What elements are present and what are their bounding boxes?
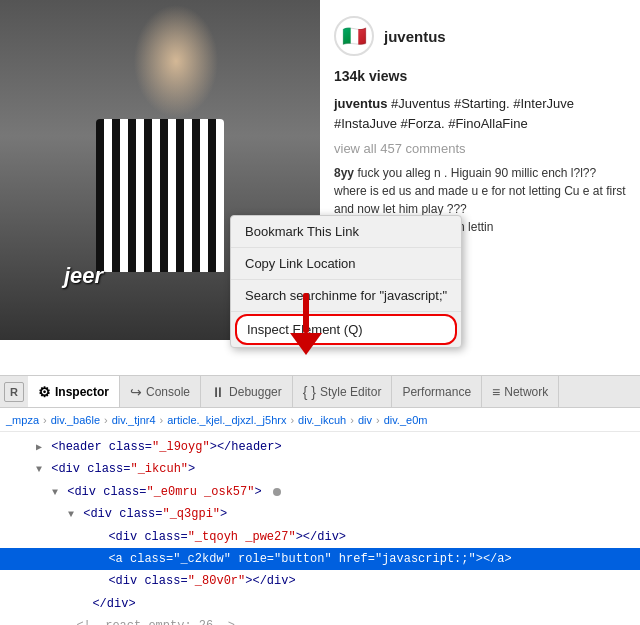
arrow-shaft [303, 293, 309, 333]
html-line-ikcuh: ▼ <div class="_ikcuh"> [0, 458, 640, 480]
inspect-element-item[interactable]: Inspect Element (Q) [235, 314, 457, 345]
arrow-head [290, 333, 322, 355]
breadcrumb-item-1[interactable]: div._ba6le [51, 414, 100, 426]
html-line-header: ▶ <header class="_l9oyg"></header> [0, 436, 640, 458]
breadcrumb-item-0[interactable]: _mpza [6, 414, 39, 426]
badge-dot [273, 488, 281, 496]
breadcrumb-item-2[interactable]: div._tjnr4 [112, 414, 156, 426]
instagram-section: jeer 🇮🇹 juventus 134k views juventus #Ju… [0, 0, 640, 340]
comment1-user[interactable]: 8yy [334, 166, 354, 180]
tab-inspector-label: Inspector [55, 385, 109, 399]
debugger-icon: ⏸ [211, 384, 225, 400]
tab-debugger-label: Debugger [229, 385, 282, 399]
tab-performance[interactable]: Performance [392, 376, 482, 407]
gear-icon: ⚙ [38, 384, 51, 400]
devtools-panel: R ⚙ Inspector ↪ Console ⏸ Debugger { } S… [0, 375, 640, 625]
tab-style-editor-label: Style Editor [320, 385, 381, 399]
tab-console[interactable]: ↪ Console [120, 376, 201, 407]
tab-performance-label: Performance [402, 385, 471, 399]
brand-logo: jeer [64, 263, 103, 289]
views-count: 134k views [334, 68, 626, 84]
html-line-react-empty: <!--react-empty: 26--> [0, 615, 640, 625]
jersey-stripes [96, 119, 224, 272]
console-icon: ↪ [130, 384, 142, 400]
html-line-close-div1: </div> [0, 593, 640, 615]
collapse-triangle-q3gpi[interactable]: ▼ [68, 509, 74, 520]
breadcrumb-item-6[interactable]: div._e0m [384, 414, 428, 426]
tab-inspector[interactable]: ⚙ Inspector [28, 376, 120, 407]
html-line-q3gpi: ▼ <div class="_q3gpi"> [0, 503, 640, 525]
html-line-tqoyh: <div class="_tqoyh _pwe27"></div> [0, 526, 640, 548]
html-panel[interactable]: ▶ <header class="_l9oyg"></header> ▼ <di… [0, 432, 640, 625]
copy-link-item[interactable]: Copy Link Location [231, 248, 461, 280]
red-arrow [290, 293, 322, 355]
search-item[interactable]: Search searchinme for "javascript;" [231, 280, 461, 312]
network-icon: ≡ [492, 384, 500, 400]
caption: juventus #Juventus #Starting. #InterJuve… [334, 94, 626, 133]
tab-network[interactable]: ≡ Network [482, 376, 559, 407]
comment1: 8yy fuck you alleg n . Higuain 90 millic… [334, 164, 626, 218]
tab-network-label: Network [504, 385, 548, 399]
breadcrumb-item-3[interactable]: article._kjel._djxzl._j5hrx [167, 414, 286, 426]
caption-username[interactable]: juventus [334, 96, 387, 111]
view-comments[interactable]: view all 457 comments [334, 141, 626, 156]
devtools-r-icon: R [4, 382, 24, 402]
breadcrumb-item-5[interactable]: div [358, 414, 372, 426]
comment1-text: fuck you alleg n . Higuain 90 millic enc… [334, 166, 626, 216]
tab-style-editor[interactable]: { } Style Editor [293, 376, 393, 407]
tab-debugger[interactable]: ⏸ Debugger [201, 376, 293, 407]
devtools-tabs: R ⚙ Inspector ↪ Console ⏸ Debugger { } S… [0, 376, 640, 408]
avatar: 🇮🇹 [334, 16, 374, 56]
html-line-80v0r: <div class="_80v0r"></div> [0, 570, 640, 592]
profile-name[interactable]: juventus [384, 28, 446, 45]
collapse-triangle-ikcuh[interactable]: ▼ [36, 464, 42, 475]
html-line-c2kdw-selected[interactable]: <a class="_c2kdw" role="button" href="ja… [0, 548, 640, 570]
bookmark-link-item[interactable]: Bookmark This Link [231, 216, 461, 248]
profile-row: 🇮🇹 juventus [334, 16, 626, 56]
collapse-triangle[interactable]: ▶ [36, 442, 42, 453]
collapse-triangle-e0mru[interactable]: ▼ [52, 487, 58, 498]
style-icon: { } [303, 384, 316, 400]
context-menu: Bookmark This Link Copy Link Location Se… [230, 215, 462, 348]
tab-console-label: Console [146, 385, 190, 399]
breadcrumb-item-4[interactable]: div._ikcuh [298, 414, 346, 426]
html-line-e0mru: ▼ <div class="_e0mru _osk57"> [0, 481, 640, 503]
breadcrumb: _mpza › div._ba6le › div._tjnr4 › articl… [0, 408, 640, 432]
